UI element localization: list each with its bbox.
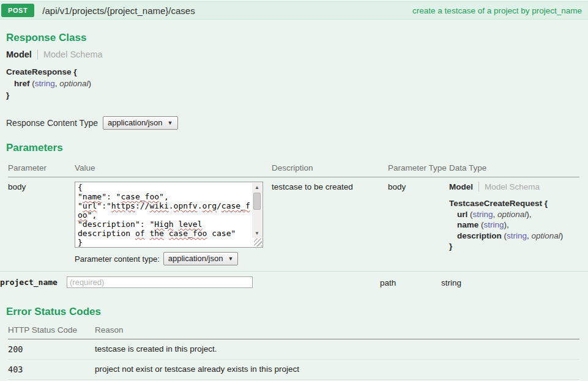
resize-grip-icon[interactable] bbox=[254, 239, 262, 246]
param-type-project-name: path bbox=[380, 278, 441, 287]
request-model-signature: TestcaseCreateRequest { url (string, opt… bbox=[449, 198, 579, 252]
error-status-codes-heading: Error Status Codes bbox=[6, 306, 588, 318]
chevron-down-icon: ▼ bbox=[228, 256, 233, 262]
error-row-403: 403 project not exist or testcase alread… bbox=[0, 359, 588, 379]
tab-model-schema[interactable]: Model Schema bbox=[43, 50, 103, 59]
parameter-content-type-select[interactable]: application/json ▼ bbox=[163, 252, 239, 265]
response-content-type-value: application/json bbox=[108, 118, 163, 127]
status-reason: testcase is created in this project. bbox=[95, 339, 579, 359]
status-code: 200 bbox=[8, 339, 95, 359]
response-model-signature: CreateResponse { href (string, optional)… bbox=[6, 66, 588, 101]
parameters-table-header: Parameter Value Description Parameter Ty… bbox=[0, 163, 588, 177]
response-content-type-label: Response Content Type bbox=[6, 118, 98, 128]
error-row-200: 200 testcase is created in this project. bbox=[0, 339, 588, 359]
response-class-heading: Response Class bbox=[6, 32, 588, 44]
param-description-body: testcase to be created bbox=[272, 182, 388, 265]
endpoint-header: POST /api/v1/projects/{project_name}/cas… bbox=[0, 1, 588, 20]
chevron-down-icon: ▼ bbox=[168, 120, 173, 126]
textarea-scrollbar[interactable]: ▲ ▼ bbox=[252, 183, 262, 238]
data-type-project-name: string bbox=[441, 278, 588, 287]
status-code: 403 bbox=[8, 359, 95, 379]
model-close-brace: } bbox=[449, 241, 579, 252]
param-name-body: body bbox=[8, 182, 75, 265]
column-header-parameter-type: Parameter Type bbox=[388, 163, 449, 177]
response-content-type-select[interactable]: application/json ▼ bbox=[103, 116, 178, 130]
param-name-project-name: project_name bbox=[0, 278, 67, 287]
model-prop: description (string, optional) bbox=[449, 231, 579, 242]
scroll-up-icon[interactable]: ▲ bbox=[252, 183, 262, 192]
scrollbar-thumb[interactable] bbox=[253, 193, 261, 210]
model-prop: href (string, optional) bbox=[6, 78, 588, 89]
error-table-header: HTTP Status Code Reason bbox=[0, 325, 588, 339]
body-tab-model[interactable]: Model bbox=[449, 182, 473, 191]
status-reason: project not exist or testcase already ex… bbox=[95, 359, 579, 379]
column-header-value: Value bbox=[75, 163, 272, 177]
body-data-type-tabs: Model Model Schema bbox=[449, 182, 579, 191]
model-prop: name (string), bbox=[449, 220, 579, 231]
body-value-textarea[interactable]: { "name": "case_foo", "url":"https://wik… bbox=[75, 182, 263, 248]
column-header-parameter: Parameter bbox=[8, 163, 75, 177]
endpoint-path[interactable]: /api/v1/projects/{project_name}/cases bbox=[42, 6, 195, 16]
tab-divider bbox=[37, 50, 38, 59]
model-prop: url (string, optional), bbox=[449, 209, 579, 220]
tab-divider bbox=[478, 182, 479, 191]
column-header-http-status-code: HTTP Status Code bbox=[8, 325, 95, 339]
column-header-data-type: Data Type bbox=[449, 163, 579, 177]
model-close-brace: } bbox=[6, 89, 588, 101]
model-title: CreateResponse { bbox=[6, 66, 588, 78]
http-method-badge[interactable]: POST bbox=[1, 4, 34, 17]
body-value-text: { "name": "case_foo", "url":"https://wik… bbox=[78, 183, 252, 247]
endpoint-summary[interactable]: create a testcase of a project by projec… bbox=[412, 6, 582, 15]
scroll-down-icon[interactable]: ▼ bbox=[252, 229, 262, 238]
table-row-project-name: project_name path string bbox=[0, 271, 588, 294]
param-description-project-name bbox=[264, 282, 380, 283]
project-name-input[interactable] bbox=[67, 276, 253, 288]
parameter-content-type-label: Parameter content type: bbox=[75, 254, 160, 264]
column-header-description: Description bbox=[272, 163, 388, 177]
parameters-heading: Parameters bbox=[6, 142, 588, 154]
column-header-reason: Reason bbox=[95, 325, 579, 339]
table-row-body: body { "name": "case_foo", "url":"https:… bbox=[0, 177, 588, 271]
response-class-tabs: Model Model Schema bbox=[6, 50, 588, 59]
param-type-body: body bbox=[388, 182, 449, 265]
tab-model[interactable]: Model bbox=[6, 50, 32, 59]
parameter-content-type-value: application/json bbox=[168, 254, 223, 263]
model-title: TestcaseCreateRequest { bbox=[449, 198, 579, 209]
body-tab-model-schema[interactable]: Model Schema bbox=[485, 182, 540, 191]
